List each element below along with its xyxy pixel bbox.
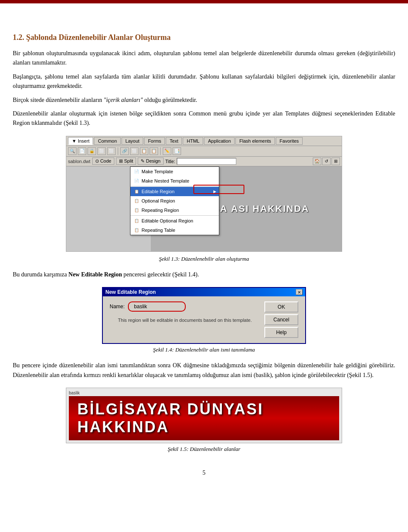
dialog-title: New Editable Region bbox=[105, 289, 156, 295]
para3-italic: "içerik alanları" bbox=[104, 97, 143, 103]
page-number: 5 bbox=[13, 470, 395, 476]
figure-3-container: baslik BİLGİSAYAR DÜNYASI HAKKINDA Şekil… bbox=[13, 388, 395, 453]
menu-editable-optional[interactable]: 📋 Editable Optional Region bbox=[130, 216, 219, 225]
icon-btn-5[interactable]: ⬜ bbox=[107, 147, 116, 155]
para5-after: penceresi gelecektir (Şekil 1.4). bbox=[122, 271, 199, 278]
menu-editable-region[interactable]: 📋 Editable Region ▶ bbox=[130, 187, 219, 196]
page-content: 1.2. Şablonda Düzenlenebilir Alanlar Olu… bbox=[13, 16, 395, 502]
icon-btn-11[interactable]: 📑 bbox=[173, 147, 181, 155]
icon-btn-1[interactable]: 🔍 bbox=[68, 147, 76, 155]
icon-btn-10[interactable]: ✏️ bbox=[163, 147, 171, 155]
icon-btn-4[interactable]: ⬜ bbox=[97, 147, 106, 155]
refresh-icon[interactable]: ↺ bbox=[322, 158, 331, 165]
figure-1-container: ▼ Insert Common Layout Forms Text HTML A… bbox=[13, 136, 395, 262]
new-editable-region-dialog: New Editable Region ✕ Name: This region … bbox=[102, 287, 306, 344]
para3-after: olduğu görülmektedir. bbox=[143, 97, 197, 103]
paragraph-2: Başlangıçta, şablonu temel alan sayfalar… bbox=[13, 72, 395, 91]
top-decorative-bar bbox=[0, 0, 408, 3]
bilgisayar-banner: BİLGİSAYAR DÜNYASI HAKKINDA bbox=[69, 396, 339, 440]
filename-label: sablon.dwt bbox=[68, 159, 91, 164]
banner-asi: ASI HAKKINDA bbox=[231, 203, 309, 214]
toolbar-separator-1 bbox=[118, 147, 118, 155]
help-button[interactable]: Help bbox=[264, 327, 298, 338]
icon-btn-3[interactable]: 🔒 bbox=[88, 147, 96, 155]
tab-favorites[interactable]: Favorites bbox=[276, 137, 303, 145]
paragraph-6: Bu pencere içinde düzenlenebilir alan is… bbox=[13, 361, 395, 380]
menu-repeating-region[interactable]: 📋 Repeating Region bbox=[130, 205, 219, 215]
para3-before: Birçok sitede düzenlenebilir alanların bbox=[13, 97, 104, 103]
menu-divider-2 bbox=[130, 215, 219, 216]
tab-forms[interactable]: Forms bbox=[144, 137, 165, 145]
title-label: Title: bbox=[165, 159, 175, 164]
toolbar-separator-2 bbox=[160, 147, 161, 155]
toolbar-tabs: ▼ Insert Common Layout Forms Text HTML A… bbox=[66, 136, 342, 146]
title-input[interactable] bbox=[177, 158, 236, 165]
banner-main-text: BİLGİSAYAR DÜNYASI HAKKINDA bbox=[77, 400, 331, 436]
editable-region-label: Editable Region bbox=[142, 189, 175, 194]
figure-3-banner: baslik BİLGİSAYAR DÜNYASI HAKKINDA bbox=[66, 388, 342, 443]
dialog-info-text: This region will be editable in document… bbox=[110, 317, 260, 324]
icon-btn-7[interactable]: ⬜ bbox=[130, 147, 139, 155]
editable-region-arrow: ▶ bbox=[213, 189, 216, 194]
paragraph-5: Bu durumda karşımıza New Editable Region… bbox=[13, 270, 395, 279]
optional-region-label: Optional Region bbox=[142, 198, 175, 203]
toolbar-address: sablon.dwt ⊙ Code ⊞ Split ✎ Design Title… bbox=[66, 157, 342, 166]
menu-nested-template[interactable]: 📄 Make Nested Template bbox=[130, 176, 219, 186]
repeating-table-icon: 📋 bbox=[133, 227, 140, 234]
preview-icon[interactable]: 🏠 bbox=[313, 158, 321, 165]
tab-common[interactable]: Common bbox=[94, 137, 121, 145]
editable-optional-icon: 📋 bbox=[133, 217, 140, 224]
icon-btn-9[interactable]: 📋 bbox=[150, 147, 158, 155]
tab-layout[interactable]: Layout bbox=[122, 137, 143, 145]
nested-template-label: Make Nested Template bbox=[142, 178, 189, 183]
menu-optional-region[interactable]: 📋 Optional Region bbox=[130, 196, 219, 205]
figure-1-toolbar: ▼ Insert Common Layout Forms Text HTML A… bbox=[66, 136, 342, 252]
icon-btn-6[interactable]: 🔗 bbox=[120, 147, 129, 155]
menu-repeating-table[interactable]: 📋 Repeating Table bbox=[130, 225, 219, 235]
baslik-label: baslik bbox=[69, 391, 339, 395]
section-heading: 1.2. Şablonda Düzenlenebilir Alanlar Olu… bbox=[13, 33, 395, 42]
icon-btn-2[interactable]: 📄 bbox=[78, 147, 86, 155]
editable-optional-label: Editable Optional Region bbox=[142, 218, 193, 223]
editable-region-icon: 📋 bbox=[133, 188, 140, 195]
icon-btn-8[interactable]: 📋 bbox=[140, 147, 148, 155]
tab-html[interactable]: HTML bbox=[183, 137, 203, 145]
menu-make-template[interactable]: 📄 Make Template bbox=[130, 167, 219, 176]
figure-2-container: New Editable Region ✕ Name: This region … bbox=[13, 287, 395, 353]
fig1-body: 📄 Make Template 📄 Make Nested Template 📋… bbox=[66, 166, 342, 251]
tab-insert[interactable]: ▼ Insert bbox=[68, 137, 93, 145]
cancel-button[interactable]: Cancel bbox=[264, 314, 298, 325]
dialog-body: Name: This region will be editable in do… bbox=[103, 296, 305, 343]
name-input[interactable] bbox=[131, 303, 182, 310]
paragraph-4: Düzenlenebilir alanlar oluşturmak için i… bbox=[13, 109, 395, 128]
ok-button[interactable]: OK bbox=[264, 301, 298, 312]
grid-icon[interactable]: ⊞ bbox=[332, 158, 340, 165]
menu-divider-1 bbox=[130, 186, 219, 186]
code-btn[interactable]: ⊙ Code bbox=[92, 158, 114, 165]
name-row: Name: bbox=[110, 301, 260, 312]
make-template-label: Make Template bbox=[142, 169, 173, 174]
repeating-table-label: Repeating Table bbox=[142, 228, 175, 233]
design-btn[interactable]: ✎ Design bbox=[138, 158, 163, 165]
paragraph-1: Bir şablonun oluşturulmasında uygulanaca… bbox=[13, 49, 395, 68]
dialog-left-panel: Name: This region will be editable in do… bbox=[110, 301, 260, 338]
tab-flash[interactable]: Flash elements bbox=[235, 137, 275, 145]
templates-dropdown: 📄 Make Template 📄 Make Nested Template 📋… bbox=[130, 166, 219, 235]
repeating-region-label: Repeating Region bbox=[142, 208, 179, 213]
dialog-titlebar: New Editable Region ✕ bbox=[103, 288, 305, 296]
make-template-icon: 📄 bbox=[133, 168, 140, 175]
tab-text[interactable]: Text bbox=[166, 137, 182, 145]
figure-3-caption: Şekil 1.5: Düzenlenebilir alanlar bbox=[13, 446, 395, 453]
repeating-region-icon: 📋 bbox=[133, 207, 140, 214]
name-label: Name: bbox=[110, 304, 125, 310]
nested-template-icon: 📄 bbox=[133, 177, 140, 184]
dialog-buttons: OK Cancel Help bbox=[264, 301, 298, 338]
tab-application[interactable]: Application bbox=[204, 137, 235, 145]
para5-bold: New Editable Region bbox=[68, 271, 122, 278]
figure-2-caption: Şekil 1.4: Düzenlenebilir alan ismi tanı… bbox=[13, 346, 395, 353]
split-btn[interactable]: ⊞ Split bbox=[116, 158, 136, 165]
icon-toolbar: 🔍 📄 🔒 ⬜ ⬜ 🔗 ⬜ 📋 📋 ✏️ 📑 bbox=[66, 146, 342, 157]
dialog-close-button[interactable]: ✕ bbox=[296, 289, 303, 295]
figure-1-caption: Şekil 1.3: Düzenlenebilir alan oluşturma bbox=[13, 256, 395, 262]
paragraph-3: Birçok sitede düzenlenebilir alanların "… bbox=[13, 96, 395, 105]
